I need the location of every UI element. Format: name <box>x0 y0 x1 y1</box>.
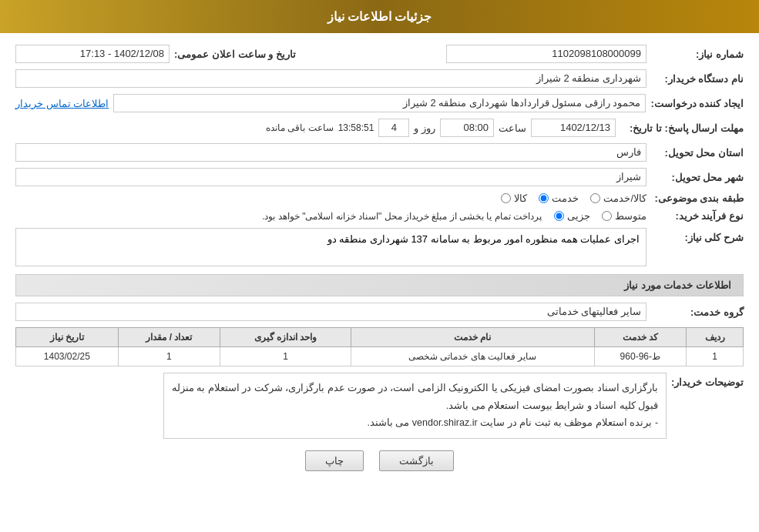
category-khadamat-radio[interactable] <box>539 193 549 203</box>
cell-code: ط-96-960 <box>594 347 686 366</box>
category-kala-option[interactable]: کالا <box>501 192 527 204</box>
process-motovaset-label: متوسط <box>615 210 646 222</box>
buyer-notes-line2: قبول کلیه اسناد و شرایط بیوست استعلام می… <box>172 397 658 415</box>
category-kala-khadamat-radio[interactable] <box>590 193 600 203</box>
category-kala-label: کالا <box>514 192 527 204</box>
process-label: نوع فرآیند خرید: <box>651 210 744 222</box>
process-jazee-radio[interactable] <box>554 211 564 221</box>
deadline-time-label: ساعت <box>499 122 526 134</box>
deadline-label: مهلت ارسال پاسخ: تا تاریخ: <box>620 122 744 134</box>
cell-date: 1403/02/25 <box>16 347 119 366</box>
deadline-remaining-label: ساعت باقی مانده <box>266 122 334 133</box>
deadline-days-label: روز و <box>414 122 435 134</box>
cell-row: 1 <box>687 347 744 366</box>
deadline-date: 1402/12/13 <box>531 119 616 137</box>
service-group-value: سایر فعالیتهای خدماتی <box>15 303 646 321</box>
creator-value: محمود رازقی مسئول قراردادها شهرداری منطق… <box>113 94 646 112</box>
print-button[interactable]: چاپ <box>305 450 364 471</box>
col-row: ردیف <box>687 328 744 347</box>
page-title: جزئیات اطلاعات نیاز <box>327 10 432 23</box>
deadline-remaining-time: 13:58:51 <box>338 122 374 133</box>
need-desc-textarea[interactable] <box>15 228 646 266</box>
category-radio-group: کالا/خدمت خدمت کالا <box>501 192 646 204</box>
city-label: شهر محل تحویل: <box>651 172 744 183</box>
announce-label: تاریخ و ساعت اعلان عمومی: <box>174 49 296 60</box>
col-unit: واحد اندازه گیری <box>220 328 351 347</box>
buyer-org-label: نام دستگاه خریدار: <box>651 73 744 85</box>
col-code: کد خدمت <box>594 328 686 347</box>
button-row: بازگشت چاپ <box>15 450 744 471</box>
page-wrapper: جزئیات اطلاعات نیاز شماره نیاز: 11020981… <box>0 0 759 532</box>
process-row: نوع فرآیند خرید: متوسط جزیی پرداخت تمام … <box>15 210 744 222</box>
page-header: جزئیات اطلاعات نیاز <box>0 0 759 33</box>
process-radio-group: متوسط جزیی <box>554 210 646 222</box>
deadline-days: 4 <box>378 119 409 137</box>
service-group-label: گروه خدمت: <box>651 306 744 318</box>
back-button[interactable]: بازگشت <box>379 450 454 471</box>
services-table: ردیف کد خدمت نام خدمت واحد اندازه گیری ت… <box>15 327 744 366</box>
col-qty: تعداد / مقدار <box>118 328 220 347</box>
process-motovaset-option[interactable]: متوسط <box>602 210 646 222</box>
category-kala-khadamat-option[interactable]: کالا/خدمت <box>590 192 646 204</box>
cell-name: سایر فعالیت های خدماتی شخصی <box>351 347 595 366</box>
buyer-notes-row: توضیحات خریدار: بارگزاری اسناد بصورت امض… <box>15 373 744 439</box>
contact-link[interactable]: اطلاعات تماس خریدار <box>15 98 109 109</box>
creator-label: ایجاد کننده درخواست: <box>650 98 744 109</box>
need-number-label: شماره نیاز: <box>651 49 744 60</box>
content-area: شماره نیاز: 1102098108000099 تاریخ و ساع… <box>0 33 759 494</box>
cell-qty: 1 <box>118 347 220 366</box>
deadline-row: مهلت ارسال پاسخ: تا تاریخ: 1402/12/13 سا… <box>15 119 744 137</box>
category-khadamat-option[interactable]: خدمت <box>539 192 579 204</box>
buyer-notes-line3: - برنده استعلام موظف به ثبت نام در سایت … <box>172 414 658 432</box>
process-text: پرداخت تمام یا بخشی از مبلغ خریداز محل "… <box>15 211 542 222</box>
process-motovaset-radio[interactable] <box>602 211 612 221</box>
cell-unit: 1 <box>220 347 351 366</box>
process-jazee-label: جزیی <box>567 210 590 222</box>
table-row: 1 ط-96-960 سایر فعالیت های خدماتی شخصی 1… <box>16 347 744 366</box>
province-label: استان محل تحویل: <box>651 147 744 159</box>
category-label: طبقه بندی موضوعی: <box>651 192 744 204</box>
buyer-notes-box: بارگزاری اسناد بصورت امضای فیزیکی یا الک… <box>163 373 667 439</box>
service-group-row: گروه خدمت: سایر فعالیتهای خدماتی <box>15 303 744 321</box>
creator-row: ایجاد کننده درخواست: محمود رازقی مسئول ق… <box>15 94 744 112</box>
province-row: استان محل تحویل: فارس <box>15 143 744 162</box>
buyer-org-value: شهرداری منطقه 2 شیراز <box>15 69 646 88</box>
process-jazee-option[interactable]: جزیی <box>554 210 590 222</box>
buyer-notes-line1: بارگزاری اسناد بصورت امضای فیزیکی یا الک… <box>172 380 658 397</box>
services-section-header: اطلاعات خدمات مورد نیاز <box>15 274 744 296</box>
category-kala-radio[interactable] <box>501 193 511 203</box>
buyer-notes-label: توضیحات خریدار: <box>671 373 744 388</box>
category-kala-khadamat-label: کالا/خدمت <box>603 192 646 204</box>
need-desc-row: شرح کلی نیاز: <box>15 228 744 266</box>
need-number-row: شماره نیاز: 1102098108000099 تاریخ و ساع… <box>15 45 744 63</box>
category-row: طبقه بندی موضوعی: کالا/خدمت خدمت کالا <box>15 192 744 204</box>
buyer-org-row: نام دستگاه خریدار: شهرداری منطقه 2 شیراز <box>15 69 744 88</box>
need-desc-label: شرح کلی نیاز: <box>651 228 744 243</box>
need-number-value: 1102098108000099 <box>446 45 646 63</box>
deadline-time: 08:00 <box>440 119 494 137</box>
col-date: تاریخ نیاز <box>16 328 119 347</box>
city-value: شیراز <box>15 168 646 186</box>
announce-value: 1402/12/08 - 17:13 <box>15 45 170 63</box>
province-value: فارس <box>15 143 646 162</box>
category-khadamat-label: خدمت <box>552 192 579 204</box>
city-row: شهر محل تحویل: شیراز <box>15 168 744 186</box>
col-name: نام خدمت <box>351 328 595 347</box>
